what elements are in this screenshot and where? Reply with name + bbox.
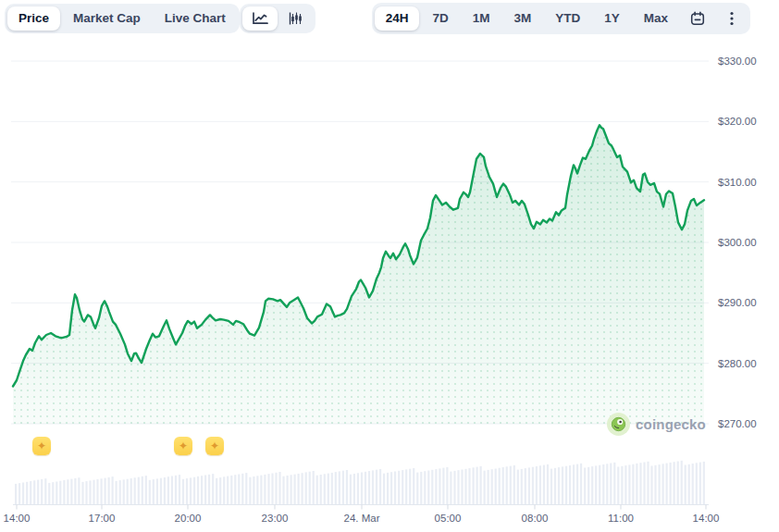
volume-bar [677, 462, 679, 505]
volume-bar [85, 481, 87, 504]
volume-bar [160, 478, 162, 505]
volume-bar [156, 478, 158, 504]
volume-bar [558, 467, 560, 504]
volume-bar [33, 480, 35, 504]
event-marker-badge[interactable]: ✦ [32, 437, 51, 455]
volume-bar [532, 467, 534, 505]
y-axis-label: $280.00 [718, 358, 757, 369]
volume-bar [197, 476, 199, 505]
volume-bar [48, 483, 50, 505]
volume-bar [130, 478, 132, 505]
volume-bar [253, 476, 254, 505]
volume-bar [439, 468, 440, 504]
volume-bar [394, 472, 396, 505]
volume-bar [219, 477, 221, 504]
volume-bar [602, 464, 604, 505]
y-axis-label: $330.00 [718, 56, 757, 67]
volume-bar [435, 469, 437, 504]
sparkle-icon: ✦ [210, 440, 219, 452]
range-tab-ytd[interactable]: YTD [544, 6, 591, 31]
volume-bar [696, 463, 698, 504]
volume-bar [573, 464, 575, 504]
volume-bar [116, 481, 117, 505]
volume-bar [685, 465, 686, 505]
volume-bar [287, 476, 289, 505]
candlestick-chart-button[interactable] [279, 6, 313, 31]
volume-bar [81, 482, 83, 505]
range-tab-7d[interactable]: 7D [421, 6, 459, 31]
volume-bar [142, 476, 143, 505]
line-chart-icon [251, 11, 269, 26]
y-axis-label: $320.00 [718, 116, 757, 127]
volume-bar [569, 465, 571, 505]
range-tab-max[interactable]: Max [633, 6, 679, 31]
volume-bar [554, 468, 556, 505]
volume-bar [190, 477, 192, 504]
line-chart-button[interactable] [242, 6, 278, 31]
volume-bar [670, 463, 672, 505]
price-chart-canvas[interactable]: $330.00$320.00$310.00$300.00$290.00$280.… [0, 0, 779, 532]
volume-bar [223, 476, 225, 504]
range-tab-1y[interactable]: 1Y [593, 6, 631, 31]
volume-bar [606, 464, 608, 504]
volume-bar [405, 469, 407, 504]
tab-price[interactable]: Price [7, 6, 60, 31]
volume-bar [647, 462, 649, 505]
volume-bar [416, 473, 418, 505]
volume-bar [499, 468, 501, 505]
kebab-menu-button[interactable] [716, 6, 748, 31]
volume-bar [639, 463, 641, 504]
volume-bar [387, 473, 389, 505]
volume-bar [576, 464, 578, 505]
volume-bar [96, 479, 98, 505]
chart-mode-tabs: PriceMarket CapLive Chart [5, 4, 240, 33]
calendar-icon [689, 10, 706, 27]
volume-bar [138, 477, 140, 505]
volume-bar [339, 471, 340, 504]
volume-bar [335, 472, 337, 504]
volume-bar [227, 476, 229, 505]
volume-bar [19, 483, 20, 504]
volume-bar [44, 478, 46, 504]
volume-bar [15, 484, 17, 505]
volume-bar [372, 470, 374, 504]
x-axis-label: 20:00 [175, 513, 202, 524]
range-tab-3m[interactable]: 3M [502, 6, 542, 31]
volume-bar [278, 472, 280, 505]
volume-bar [153, 479, 155, 504]
volume-bar [550, 469, 552, 505]
volume-bar [659, 464, 661, 504]
volume-bar [361, 473, 363, 505]
volume-bar [587, 467, 589, 505]
event-marker-badge[interactable]: ✦ [205, 437, 224, 455]
volume-bar [298, 474, 300, 505]
volume-bar [480, 466, 482, 505]
volume-bar [313, 471, 315, 505]
kebab-menu-icon [724, 10, 739, 27]
volume-bar [260, 476, 262, 505]
tab-live-chart[interactable]: Live Chart [154, 6, 237, 31]
tab-market-cap[interactable]: Market Cap [62, 6, 152, 31]
volume-bar [123, 479, 125, 504]
range-tab-24h[interactable]: 24H [375, 6, 420, 31]
candlestick-chart-icon [288, 11, 304, 26]
volume-bar [517, 470, 519, 505]
range-tab-1m[interactable]: 1M [462, 6, 501, 31]
volume-bar [536, 466, 538, 505]
volume-bar [398, 471, 400, 505]
volume-bar [595, 465, 597, 504]
volume-bar [409, 469, 411, 505]
calendar-button[interactable] [681, 6, 714, 31]
event-marker-badge[interactable]: ✦ [174, 437, 192, 455]
volume-bar [149, 480, 151, 505]
volume-bar [212, 474, 214, 504]
volume-bar [528, 467, 530, 504]
volume-bar [539, 465, 541, 504]
volume-bar [350, 475, 352, 505]
volume-bar [613, 463, 615, 505]
volume-bar [488, 470, 489, 505]
volume-bar [331, 473, 333, 505]
volume-bar [282, 476, 284, 505]
volume-bar [617, 467, 619, 505]
volume-bar [562, 466, 563, 504]
